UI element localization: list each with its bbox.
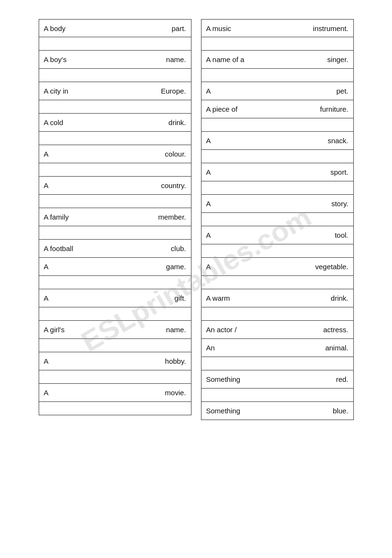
cell-label-right: pet. [336,87,348,95]
cell-label-left: A football [44,244,74,253]
cell-label-left: A [206,263,211,271]
empty-row [39,37,191,51]
cell-label-left: An actor / [206,326,237,334]
list-item: A girl'sname. [39,321,191,339]
cell-label-left: A city in [44,87,69,95]
cell-label-right: furniture. [320,105,348,113]
list-item: A name of asinger. [201,51,354,69]
cell-label-left: A [206,200,211,208]
cell-label-right: drink. [169,118,186,126]
cell-label-right: actress. [323,326,349,334]
cell-label-right: snack. [328,137,348,145]
list-item: Atool. [201,226,354,244]
cell-label-left: A music [206,24,232,32]
list-item: Amovie. [39,384,191,402]
cell-label-left: A cold [44,118,64,126]
list-item: Acolour. [39,145,191,163]
list-item: A warmdrink. [201,289,354,307]
list-item: A bodypart. [39,19,191,37]
cell-label-left: A [44,294,49,302]
cell-label-right: member. [158,213,186,221]
list-item: Agift. [39,289,191,307]
empty-row [201,37,354,51]
list-item: Ananimal. [201,339,354,357]
cell-label-right: game. [166,263,186,271]
cell-label-right: red. [336,375,349,383]
cell-label-right: club. [171,244,186,253]
list-item: A colddrink. [39,114,191,132]
list-item: Ahobby. [39,352,191,370]
cell-label-left: A [44,263,49,271]
cell-label-right: name. [166,326,186,334]
list-item: Apet. [201,82,354,100]
cell-label-left: An [206,344,215,352]
cell-label-left: A body [44,24,66,32]
empty-row [201,213,354,226]
empty-row [39,276,191,289]
empty-row [39,370,191,384]
empty-row [39,163,191,177]
cell-label-left: A name of a [206,55,244,63]
empty-row [39,195,191,208]
cell-label-left: Something [206,407,241,415]
cell-label-left: A piece of [206,105,238,113]
list-item: A city inEurope. [39,82,191,100]
cell-label-left: A [206,87,211,95]
list-item: A boy'sname. [39,51,191,69]
cell-label-right: hobby. [165,357,186,365]
empty-row [39,339,191,352]
empty-row [201,276,354,289]
list-item: Somethingred. [201,370,354,389]
list-item: Astory. [201,195,354,213]
empty-row [201,181,354,195]
cell-label-right: tool. [335,231,348,239]
cell-label-right: movie. [165,389,186,397]
cell-label-right: country. [161,181,186,190]
cell-label-right: instrument. [313,24,348,32]
empty-row [201,69,354,82]
list-item: Somethingblue. [201,402,354,420]
cell-label-right: part. [171,24,186,32]
empty-row [201,389,354,402]
cell-label-right: story. [331,200,349,208]
list-item: A footballclub. [39,240,191,258]
list-item: Asnack. [201,132,354,150]
cell-label-left: A [44,181,49,190]
cell-label-left: A family [44,213,69,221]
cell-label-left: Something [206,375,241,383]
empty-row [39,226,191,240]
empty-row [201,357,354,370]
cell-label-right: gift. [174,294,186,302]
cell-label-right: blue. [333,407,349,415]
list-item: A piece offurniture. [201,100,354,118]
cell-label-left: A [206,231,211,239]
cell-label-left: A [206,168,211,176]
page-container: A bodypart.A boy'sname.A city inEurope.A… [39,19,354,420]
right-column: A musicinstrument.A name of asinger.Apet… [201,19,354,420]
cell-label-left: A warm [206,294,230,302]
cell-label-right: vegetable. [315,263,348,271]
list-item: Avegetable. [201,258,354,276]
empty-row [201,150,354,163]
empty-row [39,100,191,114]
cell-label-left: A [44,357,49,365]
empty-row [39,402,191,415]
cell-label-right: sport. [330,168,349,176]
cell-label-left: A girl's [44,326,65,334]
left-column: A bodypart.A boy'sname.A city inEurope.A… [39,19,191,415]
list-item: Asport. [201,163,354,181]
cell-label-right: name. [166,55,186,63]
list-item: A familymember. [39,208,191,226]
cell-label-left: A [44,389,49,397]
list-item: Acountry. [39,177,191,195]
cell-label-right: singer. [327,55,348,63]
cell-label-right: animal. [325,344,348,352]
empty-row [39,69,191,82]
cell-label-left: A boy's [44,55,67,63]
list-item: Agame. [39,258,191,276]
cell-label-right: drink. [331,294,349,302]
empty-row [39,132,191,145]
empty-row [201,307,354,321]
list-item: A musicinstrument. [201,19,354,37]
empty-row [39,307,191,321]
